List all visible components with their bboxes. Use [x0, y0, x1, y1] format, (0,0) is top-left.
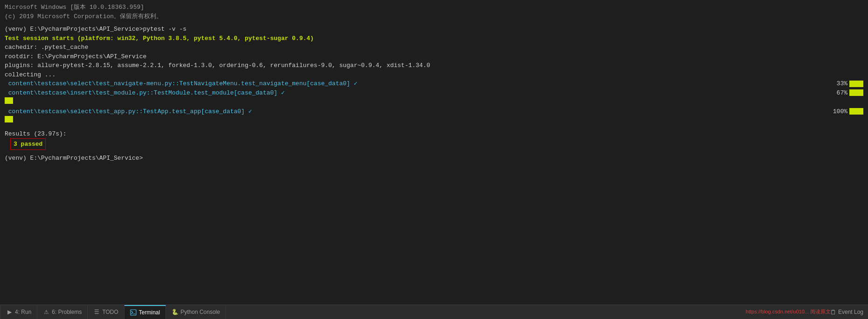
green-block-2	[5, 97, 863, 107]
terminal-area: Microsoft Windows [版本 10.0.18363.959] (c…	[0, 0, 868, 305]
tab-python-console[interactable]: 🐍 Python Console	[166, 305, 226, 319]
event-log[interactable]: 🗒 Event Log	[830, 305, 868, 319]
tab-terminal-label: Terminal	[139, 309, 160, 316]
test-path-3: content\testcase\select\test_app.py::Tes…	[5, 107, 252, 116]
progress-bar-3	[849, 108, 863, 115]
python-console-icon: 🐍	[172, 309, 178, 315]
terminal-line: (c) 2019 Microsoft Corporation。保留所有权利。	[5, 12, 863, 21]
terminal-line: cachedir: .pytest_cache	[5, 43, 863, 52]
test-path-1: content\testcase\select\test_navigate-me…	[5, 79, 358, 88]
progress-indicator-2: 67%	[837, 88, 863, 98]
prompt-line: (venv) E:\PycharmProjects\API_Service>	[5, 154, 863, 163]
todo-icon: ☰	[93, 309, 100, 315]
problems-icon: ⚠	[43, 309, 49, 315]
terminal-line: Microsoft Windows [版本 10.0.18363.959]	[5, 3, 863, 12]
tab-run[interactable]: ▶ 4: Run	[0, 305, 37, 319]
tab-python-console-label: Python Console	[180, 309, 220, 315]
tab-run-label: 4: Run	[15, 309, 31, 315]
tab-problems[interactable]: ⚠ 6: Problems	[37, 305, 88, 319]
event-log-label: Event Log	[838, 309, 863, 315]
terminal-icon	[130, 309, 137, 316]
bottom-right-link[interactable]: https://blog.csdn.net/u010... 阅读原文	[746, 305, 831, 319]
terminal-line: rootdir: E:\PycharmProjects\API_Service	[5, 52, 863, 61]
tab-todo-label: TODO	[102, 309, 118, 315]
passed-line: 3 passed	[5, 138, 863, 150]
run-icon: ▶	[6, 309, 13, 315]
progress-indicator-1: 33%	[837, 79, 863, 88]
progress-row-3: content\testcase\select\test_app.py::Tes…	[5, 107, 863, 116]
progress-indicator-3: 100%	[833, 107, 863, 116]
passed-badge: 3 passed	[10, 138, 46, 150]
progress-bar-1	[849, 81, 863, 87]
svg-rect-0	[131, 310, 136, 315]
tab-terminal[interactable]: Terminal	[124, 305, 166, 319]
terminal-line: Test session starts (platform: win32, Py…	[5, 34, 863, 43]
bottom-link-text: https://blog.csdn.net/u010... 阅读原文	[746, 308, 831, 315]
terminal-line: collecting ...	[5, 70, 863, 80]
progress-row-1: content\testcase\select\test_navigate-me…	[5, 79, 863, 88]
results-line: Results (23.97s):	[5, 129, 863, 139]
test-path-2: content\testcase\insert\test_module.py::…	[5, 88, 285, 98]
tab-problems-label: 6: Problems	[52, 309, 82, 315]
progress-bar-2	[849, 89, 863, 96]
event-log-icon: 🗒	[830, 309, 836, 316]
progress-row-2: content\testcase\insert\test_module.py::…	[5, 88, 863, 98]
terminal-line: plugins: allure-pytest-2.8.15, assume-2.…	[5, 61, 863, 70]
bottom-bar: ▶ 4: Run ⚠ 6: Problems ☰ TODO Terminal 🐍…	[0, 305, 868, 319]
tab-todo[interactable]: ☰ TODO	[88, 305, 124, 319]
terminal-line: (venv) E:\PycharmProjects\API_Service>py…	[5, 25, 863, 34]
green-block-3	[5, 116, 863, 126]
